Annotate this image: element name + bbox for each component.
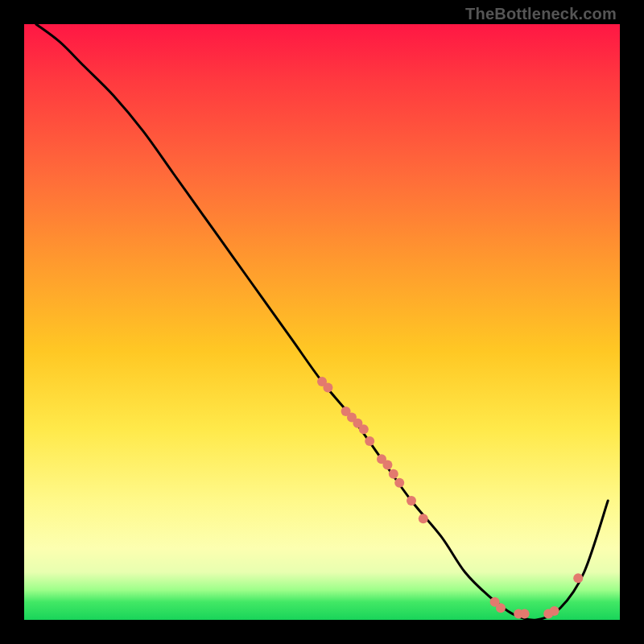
data-point-marker (389, 469, 398, 479)
bottleneck-curve-path (36, 24, 608, 620)
marker-layer (317, 377, 583, 619)
data-point-marker (323, 382, 332, 392)
chart-frame (24, 24, 620, 620)
data-point-marker (394, 478, 404, 488)
data-point-marker (550, 606, 559, 616)
data-point-marker (407, 496, 416, 506)
chart-svg (24, 24, 620, 620)
data-point-marker (382, 460, 392, 470)
data-point-marker (520, 609, 530, 619)
data-point-marker (419, 514, 428, 523)
data-point-marker (496, 603, 506, 613)
data-point-marker (573, 573, 583, 583)
data-point-marker (359, 424, 369, 434)
watermark-text: TheBottleneck.com (465, 5, 617, 23)
data-point-marker (365, 436, 374, 446)
